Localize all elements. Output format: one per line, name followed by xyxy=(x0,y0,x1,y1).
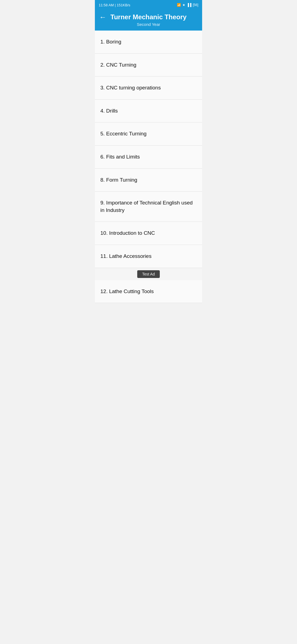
battery-icon: [56] xyxy=(193,3,198,7)
app-header: ← Turner Mechanic Theory Second Year xyxy=(95,10,202,31)
list-item-text: 3. CNC turning operations xyxy=(100,85,161,91)
back-button[interactable]: ← xyxy=(99,12,109,22)
list-item-text: 8. Form Turning xyxy=(100,177,137,183)
ad-banner: Test Ad xyxy=(95,268,202,280)
list-item-text: 12. Lathe Cutting Tools xyxy=(100,288,154,294)
list-item-text: 11. Lathe Accessories xyxy=(100,253,152,259)
list-item-text: 4. Drills xyxy=(100,108,118,114)
list-item[interactable]: 5. Eccentric Turning xyxy=(95,122,202,146)
status-bar: 11:58 AM | 151KB/s 📶 ★ ▐▐ [56] xyxy=(95,0,202,10)
list-item[interactable]: 2. CNC Turning xyxy=(95,54,202,77)
list-item[interactable]: 4. Drills xyxy=(95,100,202,123)
list-item[interactable]: 10. Introduction to CNC xyxy=(95,222,202,245)
signal-icon: ▐▐ xyxy=(187,3,191,7)
list-item[interactable]: 6. Fits and Limits xyxy=(95,146,202,169)
list-item[interactable]: 1. Boring xyxy=(95,31,202,54)
status-separator: | xyxy=(115,3,117,7)
header-subtitle: Second Year xyxy=(137,22,160,27)
list-item-text: 10. Introduction to CNC xyxy=(100,230,155,236)
list-item-text: 1. Boring xyxy=(100,39,121,45)
list-item-text: 6. Fits and Limits xyxy=(100,154,140,160)
bluetooth-icon: ★ xyxy=(182,3,185,7)
status-icons: 📶 ★ ▐▐ [56] xyxy=(177,3,198,7)
status-time: 11:58 AM xyxy=(99,3,114,7)
chapter-list: 1. Boring2. CNC Turning3. CNC turning op… xyxy=(95,31,202,303)
list-item-text: 5. Eccentric Turning xyxy=(100,131,147,137)
list-item[interactable]: 9. Importance of Technical English used … xyxy=(95,192,202,222)
header-title: Turner Mechanic Theory xyxy=(111,13,187,21)
list-item[interactable]: 3. CNC turning operations xyxy=(95,77,202,100)
list-item-text: 9. Importance of Technical English used … xyxy=(100,200,193,213)
status-network: 151KB/s xyxy=(117,3,130,7)
list-item[interactable]: 11. Lathe Accessories xyxy=(95,245,202,268)
wifi-icon: 📶 xyxy=(177,3,181,7)
list-item-text: 2. CNC Turning xyxy=(100,62,136,68)
ad-label: Test Ad xyxy=(137,270,160,278)
list-item[interactable]: 12. Lathe Cutting Tools xyxy=(95,280,202,303)
list-item[interactable]: 8. Form Turning xyxy=(95,169,202,192)
status-time-network: 11:58 AM | 151KB/s xyxy=(99,3,130,7)
header-row: ← Turner Mechanic Theory xyxy=(99,13,198,21)
